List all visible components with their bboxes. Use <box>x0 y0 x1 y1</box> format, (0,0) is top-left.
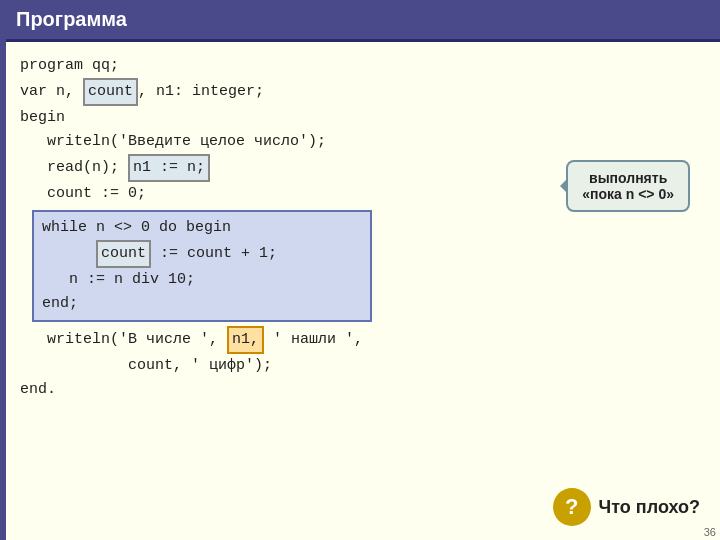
code-line-3: begin <box>20 106 700 130</box>
code-line-4: writeln('Введите целое число'); <box>20 130 700 154</box>
slide-title: Программа <box>16 8 127 30</box>
while-line-3: n := n div 10; <box>42 268 362 292</box>
count-highlight-2: count <box>96 240 151 268</box>
question-icon: ? <box>553 488 591 526</box>
tooltip-bubble: выполнять «пока n <> 0» <box>566 160 690 212</box>
code-writeln2: count, ' цифр'); <box>20 354 700 378</box>
badge-text: Что плохо? <box>599 497 700 518</box>
code-line-1: program qq; <box>20 54 700 78</box>
n1-writeln-highlight: n1, <box>227 326 264 354</box>
bottom-badge: ? Что плохо? <box>553 488 700 526</box>
slide: Программа program qq; var n, count, n1: … <box>0 0 720 540</box>
tooltip-line1: выполнять <box>582 170 674 186</box>
while-line-4: end; <box>42 292 362 316</box>
page-number: 36 <box>704 526 716 538</box>
while-line-1: while n <> 0 do begin <box>42 216 362 240</box>
while-block: while n <> 0 do begin count := count + 1… <box>32 210 372 322</box>
count-highlight-1: count <box>83 78 138 106</box>
title-bar: Программа <box>0 0 720 42</box>
code-writeln1: writeln('В числе ', n1, ' нашли ', <box>20 326 700 354</box>
code-line-2: var n, count, n1: integer; <box>20 78 700 106</box>
n1-assign-highlight: n1 := n; <box>128 154 210 182</box>
tooltip-line2: «пока n <> 0» <box>582 186 674 202</box>
content-area: program qq; var n, count, n1: integer; b… <box>0 42 720 414</box>
while-line-2: count := count + 1; <box>42 240 362 268</box>
code-end: end. <box>20 378 700 402</box>
